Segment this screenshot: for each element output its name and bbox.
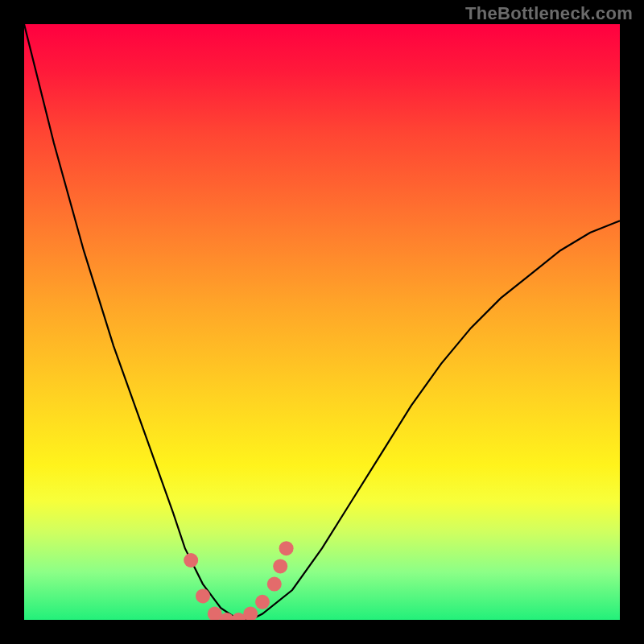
curve-layer: [24, 24, 620, 620]
bottleneck-curve: [24, 24, 620, 620]
curve-marker: [243, 607, 258, 620]
curve-marker: [255, 595, 270, 609]
curve-marker: [267, 577, 282, 592]
watermark-text: TheBottleneck.com: [465, 3, 633, 24]
curve-marker: [196, 588, 210, 603]
curve-marker: [184, 553, 198, 568]
chart-frame: TheBottleneck.com: [0, 0, 644, 644]
curve-marker: [279, 541, 294, 555]
plot-area: [24, 24, 620, 620]
curve-marker: [273, 559, 287, 573]
